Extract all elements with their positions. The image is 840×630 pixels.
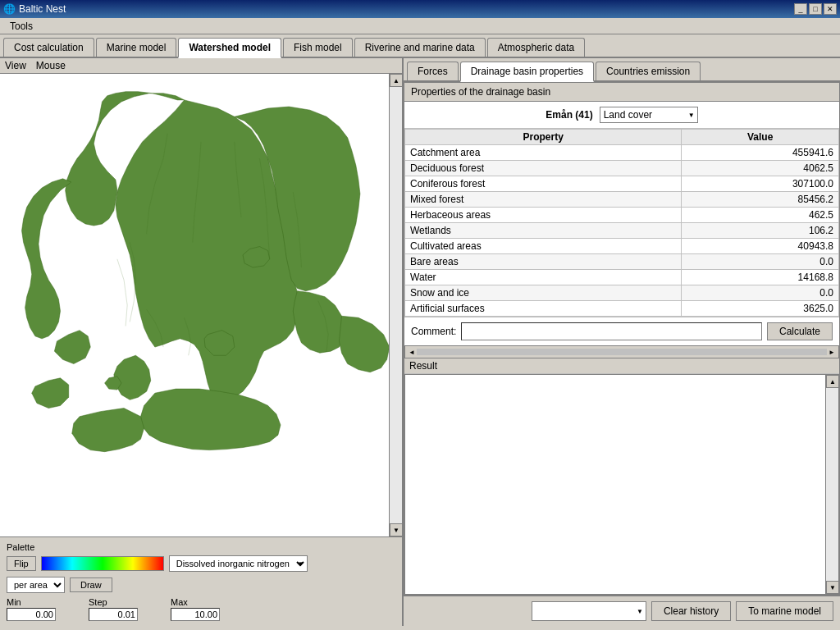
value-cell: 14168.8 [682,270,839,285]
table-row: Herbaceous areas462.5 [405,208,839,223]
to-marine-button[interactable]: To marine model [736,601,833,621]
maximize-button[interactable]: □ [809,3,822,15]
comment-row: Comment: Calculate [404,317,839,345]
value-cell: 0.0 [682,285,839,301]
basin-selector: Emån (41) Land cover Soil type [404,102,839,129]
sub-tab-forces[interactable]: Forces [407,62,459,80]
result-label: Result [404,358,839,374]
sub-tab-countries[interactable]: Countries emission [596,62,701,80]
result-area: ▲ ▼ [404,374,839,595]
result-scroll-up[interactable]: ▲ [826,375,839,388]
titlebar-left: 🌐 Baltic Nest [3,3,66,15]
min-max-row: Min Step Max [7,596,395,621]
table-row: Wetlands106.2 [405,223,839,239]
property-cell: Coniferous forest [405,176,682,192]
table-row: Deciduous forest4062.5 [405,161,839,176]
value-cell: 455941.6 [682,145,839,161]
nitrogen-dropdown[interactable]: Dissolved inorganic nitrogen Dissolved o… [169,555,308,572]
sub-tabbar: Forces Drainage basin properties Countri… [404,58,840,82]
menu-tools[interactable]: Tools [3,19,39,34]
property-cell: Cultivated areas [405,239,682,254]
property-cell: Wetlands [405,223,682,239]
scroll-right-arrow[interactable]: ► [827,349,837,356]
bottom-dropdown[interactable] [532,601,646,621]
tab-atmospheric[interactable]: Atmospheric data [487,38,585,57]
property-cell: Snow and ice [405,285,682,301]
result-scroll-down[interactable]: ▼ [826,581,839,594]
clear-history-button[interactable]: Clear history [651,601,731,621]
value-cell: 307100.0 [682,176,839,192]
minimize-button[interactable]: _ [794,3,807,15]
tab-watershed[interactable]: Watershed model [178,38,281,58]
calculate-button[interactable]: Calculate [767,322,833,340]
nitrogen-select-wrapper: Dissolved inorganic nitrogen Dissolved o… [169,555,308,572]
table-row: Snow and ice0.0 [405,285,839,301]
left-panel: View Mouse [0,58,404,626]
map-vertical-scrollbar[interactable]: ▲ ▼ [389,74,402,536]
scroll-bar-track[interactable] [417,349,827,355]
land-cover-dropdown[interactable]: Land cover Soil type [600,107,698,123]
scroll-up-button[interactable]: ▲ [390,74,402,87]
min-label: Min [7,597,21,607]
app-icon: 🌐 [3,3,16,15]
map-svg [0,74,402,536]
map-view-menu[interactable]: View [5,60,26,71]
property-cell: Water [405,270,682,285]
table-row: Coniferous forest307100.0 [405,176,839,192]
scroll-left-arrow[interactable]: ◄ [407,349,417,356]
close-button[interactable]: ✕ [824,3,837,15]
max-input[interactable] [171,608,220,621]
tab-fish[interactable]: Fish model [283,38,353,57]
properties-table-wrapper: Property Value Catchment area455941.6Dec… [404,129,839,317]
palette-controls: Flip Dissolved inorganic nitrogen Dissol… [7,555,395,572]
max-group: Max [171,596,220,621]
per-area-select[interactable]: per area total [7,577,65,593]
column-header-property: Property [405,130,682,145]
scroll-down-button[interactable]: ▼ [390,523,402,536]
flip-button[interactable]: Flip [7,556,36,571]
tab-riverine[interactable]: Riverine and marine data [354,38,486,57]
palette-row2: per area total Draw [7,577,395,593]
value-cell: 3625.0 [682,301,839,317]
bottom-bar: Clear history To marine model [404,596,840,626]
map-area[interactable]: ▲ ▼ [0,74,402,536]
main-tabbar: Cost calculation Marine model Watershed … [0,34,840,58]
tab-marine[interactable]: Marine model [96,38,177,57]
property-cell: Catchment area [405,145,682,161]
properties-header: Properties of the drainage basin [404,83,839,102]
table-row: Mixed forest85456.2 [405,192,839,208]
main-content: View Mouse [0,58,840,626]
step-input[interactable] [89,608,138,621]
value-cell: 106.2 [682,223,839,239]
table-row: Catchment area455941.6 [405,145,839,161]
titlebar-controls: _ □ ✕ [794,3,837,15]
column-header-value: Value [682,130,839,145]
bottom-select-wrapper [532,601,646,621]
table-body: Catchment area455941.6Deciduous forest40… [405,145,839,317]
table-row: Artificial surfaces3625.0 [405,301,839,317]
app-title: Baltic Nest [19,3,66,15]
right-panel: Forces Drainage basin properties Countri… [404,58,840,626]
scroll-track[interactable] [390,87,402,523]
property-cell: Artificial surfaces [405,301,682,317]
property-cell: Deciduous forest [405,161,682,176]
value-cell: 462.5 [682,208,839,223]
table-row: Cultivated areas40943.8 [405,239,839,254]
properties-table: Property Value Catchment area455941.6Dec… [404,129,839,317]
property-cell: Herbaceous areas [405,208,682,223]
right-content: Properties of the drainage basin Emån (4… [404,82,840,596]
result-scroll-track[interactable] [826,388,838,581]
max-label: Max [171,597,188,607]
tab-cost[interactable]: Cost calculation [3,38,94,57]
map-mouse-menu[interactable]: Mouse [36,60,66,71]
value-cell: 85456.2 [682,192,839,208]
result-vertical-scrollbar[interactable]: ▲ ▼ [825,375,838,594]
draw-button[interactable]: Draw [70,578,112,592]
land-cover-select-wrapper: Land cover Soil type [600,107,698,123]
sub-tab-drainage[interactable]: Drainage basin properties [460,62,594,82]
step-label: Step [89,597,107,607]
horizontal-scrollbar[interactable]: ◄ ► [404,345,839,358]
comment-label: Comment: [411,326,456,337]
min-input[interactable] [7,608,56,621]
comment-input[interactable] [461,322,762,340]
